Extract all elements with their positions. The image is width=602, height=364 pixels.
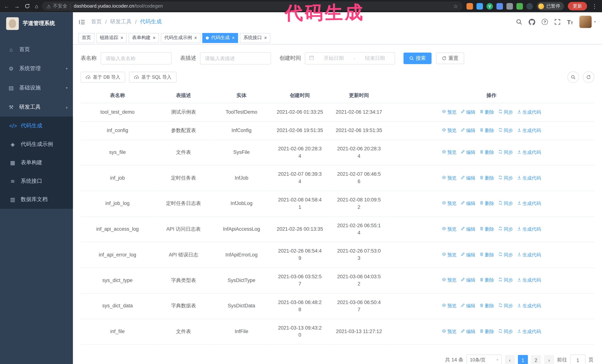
breadcrumb-tools[interactable]: 研发工具 bbox=[110, 18, 132, 25]
generate-code-link[interactable]: 生成代码 bbox=[517, 109, 541, 115]
goto-page-input[interactable] bbox=[570, 355, 586, 364]
generate-code-link[interactable]: 生成代码 bbox=[517, 175, 541, 181]
hamburger-icon[interactable] bbox=[73, 19, 91, 25]
preview-link[interactable]: 预览 bbox=[442, 226, 457, 233]
sidebar-item-infra[interactable]: ▤基础设施▾ bbox=[0, 78, 73, 98]
delete-link[interactable]: 删除 bbox=[480, 303, 494, 309]
sync-link[interactable]: 同步 bbox=[498, 109, 513, 115]
extension-icon[interactable] bbox=[516, 3, 523, 10]
search-button[interactable]: 搜索 bbox=[403, 52, 431, 64]
generate-code-link[interactable]: 生成代码 bbox=[517, 252, 541, 258]
sidebar-item-form[interactable]: ▦表单构建 bbox=[0, 154, 73, 172]
page-url[interactable]: dashboard.yudao.iocoder.cn/tool/codegen bbox=[74, 3, 163, 9]
sidebar-item-example[interactable]: ◈代码生成示例 bbox=[0, 135, 73, 154]
edit-link[interactable]: 编辑 bbox=[461, 252, 475, 258]
refresh-button[interactable] bbox=[583, 72, 594, 83]
security-label[interactable]: 不安全 bbox=[53, 3, 67, 10]
extension-icon[interactable] bbox=[476, 3, 483, 10]
reload-icon[interactable] bbox=[25, 3, 30, 9]
generate-code-link[interactable]: 生成代码 bbox=[517, 277, 541, 284]
tab-close-icon[interactable]: × bbox=[232, 36, 235, 40]
edit-link[interactable]: 编辑 bbox=[461, 200, 475, 207]
prev-page-button[interactable]: ‹ bbox=[505, 355, 515, 364]
tab-close-icon[interactable]: × bbox=[121, 36, 123, 40]
sync-link[interactable]: 同步 bbox=[498, 226, 513, 233]
sync-link[interactable]: 同步 bbox=[498, 303, 513, 309]
delete-link[interactable]: 删除 bbox=[480, 127, 494, 134]
preview-link[interactable]: 预览 bbox=[442, 109, 457, 115]
search-icon[interactable] bbox=[516, 19, 522, 25]
forward-icon[interactable]: → bbox=[14, 3, 20, 9]
page-button[interactable]: 1 bbox=[518, 355, 528, 364]
generate-code-link[interactable]: 生成代码 bbox=[517, 303, 541, 309]
help-icon[interactable]: ? bbox=[542, 19, 548, 25]
generate-code-link[interactable]: 生成代码 bbox=[517, 328, 541, 335]
edit-link[interactable]: 编辑 bbox=[461, 127, 475, 134]
preview-link[interactable]: 预览 bbox=[442, 277, 457, 284]
toggle-search-button[interactable] bbox=[567, 72, 579, 83]
font-size-icon[interactable]: TT bbox=[567, 19, 573, 25]
edit-link[interactable]: 编辑 bbox=[461, 175, 475, 181]
fullscreen-icon[interactable] bbox=[554, 19, 560, 25]
generate-code-link[interactable]: 生成代码 bbox=[517, 200, 541, 207]
table-desc-input[interactable] bbox=[200, 52, 271, 64]
edit-link[interactable]: 编辑 bbox=[461, 226, 475, 233]
avatar[interactable] bbox=[580, 16, 592, 28]
sync-link[interactable]: 同步 bbox=[498, 149, 513, 156]
bookmark-star-icon[interactable]: ☆ bbox=[453, 3, 458, 9]
edit-link[interactable]: 编辑 bbox=[461, 328, 475, 335]
page-size-select[interactable]: 10条/页 ▾ bbox=[466, 355, 502, 364]
sidebar-item-api[interactable]: ≋系统接口 bbox=[0, 172, 73, 190]
preview-link[interactable]: 预览 bbox=[442, 149, 457, 156]
preview-link[interactable]: 预览 bbox=[442, 200, 457, 207]
sidebar-item-db-doc[interactable]: ▥数据库文档 bbox=[0, 190, 73, 209]
github-icon[interactable] bbox=[529, 19, 535, 25]
browser-update-button[interactable]: 更新 bbox=[568, 2, 587, 10]
sidebar-item-code[interactable]: </>代码生成 bbox=[0, 117, 73, 135]
delete-link[interactable]: 删除 bbox=[480, 226, 494, 233]
generate-code-link[interactable]: 生成代码 bbox=[517, 149, 541, 156]
date-range-picker[interactable]: 开始日期 - 结束日期 bbox=[305, 52, 395, 64]
edit-link[interactable]: 编辑 bbox=[461, 277, 475, 284]
delete-link[interactable]: 删除 bbox=[480, 149, 494, 156]
tab[interactable]: 系统接口× bbox=[240, 33, 270, 43]
sync-link[interactable]: 同步 bbox=[498, 200, 513, 207]
edit-link[interactable]: 编辑 bbox=[461, 109, 475, 115]
sync-link[interactable]: 同步 bbox=[498, 175, 513, 181]
page-button[interactable]: 2 bbox=[531, 355, 541, 364]
sidebar-item-tools[interactable]: ⚒研发工具▴ bbox=[0, 97, 73, 117]
delete-link[interactable]: 删除 bbox=[480, 109, 494, 115]
edit-link[interactable]: 编辑 bbox=[461, 149, 475, 156]
sidebar-item-home[interactable]: ⌂首页 bbox=[0, 40, 73, 59]
preview-link[interactable]: 预览 bbox=[442, 328, 457, 335]
tab[interactable]: 首页 bbox=[78, 33, 95, 43]
extension-icon[interactable] bbox=[506, 3, 513, 10]
tab-close-icon[interactable]: × bbox=[194, 36, 197, 40]
extension-icon[interactable] bbox=[496, 3, 503, 10]
edit-link[interactable]: 编辑 bbox=[461, 303, 475, 309]
preview-link[interactable]: 预览 bbox=[442, 303, 457, 309]
import-sql-button[interactable]: 基于 SQL 导入 bbox=[129, 72, 176, 83]
generate-code-link[interactable]: 生成代码 bbox=[517, 226, 541, 233]
start-date-placeholder[interactable]: 开始日期 bbox=[318, 55, 350, 62]
preview-link[interactable]: 预览 bbox=[442, 127, 457, 134]
reset-button[interactable]: 重置 bbox=[436, 52, 464, 64]
generate-code-link[interactable]: 生成代码 bbox=[517, 127, 541, 134]
tab-close-icon[interactable]: × bbox=[153, 36, 156, 40]
browser-menu-icon[interactable]: ⋮ bbox=[591, 3, 598, 10]
tab-close-icon[interactable]: × bbox=[264, 36, 267, 40]
tab[interactable]: 代码生成示例× bbox=[161, 33, 201, 43]
sync-link[interactable]: 同步 bbox=[498, 252, 513, 258]
table-name-input[interactable] bbox=[101, 52, 172, 64]
profile-paused-badge[interactable]: 已暂停 bbox=[537, 2, 564, 10]
preview-link[interactable]: 预览 bbox=[442, 175, 457, 181]
tab[interactable]: 表单构建× bbox=[129, 33, 159, 43]
delete-link[interactable]: 删除 bbox=[480, 175, 494, 181]
import-db-button[interactable]: 基于 DB 导入 bbox=[81, 72, 125, 83]
preview-link[interactable]: 预览 bbox=[442, 252, 457, 258]
end-date-placeholder[interactable]: 结束日期 bbox=[359, 55, 391, 62]
delete-link[interactable]: 删除 bbox=[480, 277, 494, 284]
extension-icon[interactable]: V bbox=[486, 3, 493, 10]
extension-icon[interactable] bbox=[527, 3, 533, 10]
sync-link[interactable]: 同步 bbox=[498, 328, 513, 335]
